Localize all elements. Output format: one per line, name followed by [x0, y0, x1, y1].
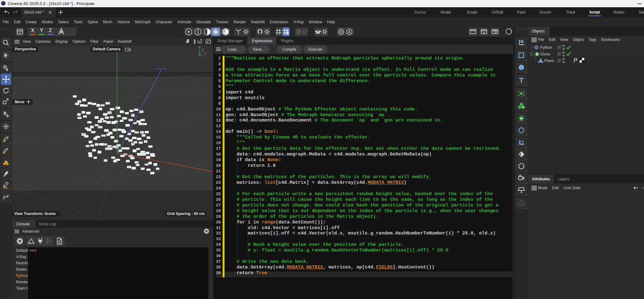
- svg-text:Z: Z: [202, 48, 204, 52]
- svg-text:Y: Y: [198, 46, 201, 49]
- svg-text:A: A: [348, 30, 351, 34]
- svg-text:X: X: [204, 52, 206, 55]
